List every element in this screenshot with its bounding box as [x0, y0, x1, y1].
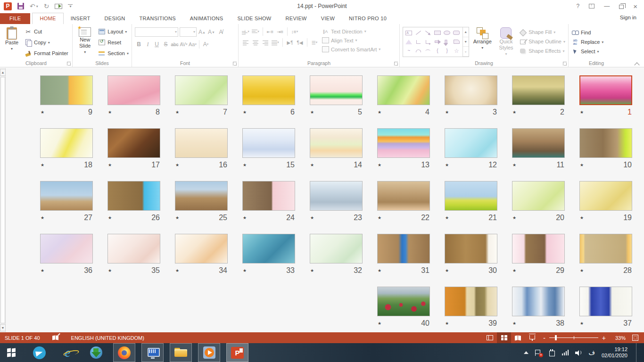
- slide-38[interactable]: ★38: [512, 287, 565, 328]
- animation-star-icon[interactable]: ★: [243, 268, 247, 273]
- numbering-button[interactable]: ▾: [251, 27, 260, 36]
- slide-9-thumbnail[interactable]: [40, 75, 93, 105]
- slide-2[interactable]: ★2: [512, 75, 565, 117]
- animation-star-icon[interactable]: ★: [512, 268, 516, 273]
- slide-21-thumbnail[interactable]: [445, 181, 497, 211]
- slide-37[interactable]: ★37: [579, 287, 632, 328]
- slide-3-thumbnail[interactable]: [445, 75, 497, 105]
- animation-star-icon[interactable]: ★: [445, 163, 449, 167]
- ribbon-display-options-button[interactable]: [589, 4, 594, 8]
- animation-star-icon[interactable]: ★: [41, 268, 44, 273]
- slide-1-thumbnail[interactable]: [579, 75, 632, 105]
- tab-design[interactable]: DESIGN: [98, 13, 132, 24]
- shape-elbow-arrow-connector-icon[interactable]: [426, 40, 430, 44]
- slide-14-thumbnail[interactable]: [310, 128, 363, 158]
- justify-button[interactable]: ▾: [271, 38, 280, 47]
- clock[interactable]: 19:12 02/01/2020: [602, 346, 629, 359]
- slide-13-thumbnail[interactable]: [377, 128, 430, 158]
- animation-star-icon[interactable]: ★: [445, 110, 449, 115]
- shapes-scroll-up[interactable]: ▲: [463, 27, 469, 37]
- animation-star-icon[interactable]: ★: [108, 163, 112, 167]
- shape-curve-icon[interactable]: [425, 49, 430, 53]
- animation-star-icon[interactable]: ★: [378, 321, 381, 326]
- slide-4[interactable]: ★4: [377, 75, 430, 117]
- slide-8[interactable]: ★8: [107, 75, 160, 117]
- fit-slide-to-window-button[interactable]: [632, 335, 638, 341]
- animation-star-icon[interactable]: ★: [108, 110, 112, 115]
- new-slide-button[interactable]: New Slide ▾: [74, 25, 96, 59]
- shape-arrow-icon[interactable]: [425, 31, 430, 35]
- restore-button[interactable]: [619, 5, 624, 9]
- text-shadow-button[interactable]: abc: [171, 40, 179, 49]
- vertical-scrollbar[interactable]: ▲ ▼: [0, 68, 6, 332]
- text-direction-button[interactable]: ∥AText Direction▾: [322, 27, 380, 36]
- start-from-beginning-button[interactable]: [55, 4, 62, 9]
- animation-star-icon[interactable]: ★: [243, 215, 247, 220]
- customize-qat-button[interactable]: ▾: [68, 4, 73, 8]
- slide-17-thumbnail[interactable]: [107, 128, 160, 158]
- slide-15[interactable]: ★15: [242, 128, 295, 170]
- slide-11[interactable]: ★11: [512, 128, 565, 170]
- animation-star-icon[interactable]: ★: [445, 215, 449, 220]
- animation-star-icon[interactable]: ★: [175, 163, 179, 167]
- shape-oval-icon[interactable]: [444, 31, 450, 35]
- slide-14[interactable]: ★14: [310, 128, 363, 170]
- help-button[interactable]: ?: [577, 3, 580, 9]
- tab-view[interactable]: VIEW: [314, 13, 342, 24]
- volume-icon[interactable]: [575, 350, 582, 355]
- slide-11-thumbnail[interactable]: [512, 128, 565, 158]
- animation-star-icon[interactable]: ★: [512, 163, 516, 167]
- show-desktop-button[interactable]: [636, 343, 639, 362]
- animation-star-icon[interactable]: ★: [378, 163, 381, 167]
- slide-32-thumbnail[interactable]: [310, 234, 363, 263]
- slide-28-thumbnail[interactable]: [579, 234, 632, 263]
- shape-left-brace-icon[interactable]: {: [437, 49, 438, 53]
- animation-star-icon[interactable]: ★: [580, 110, 584, 115]
- animation-star-icon[interactable]: ★: [445, 268, 449, 273]
- animation-star-icon[interactable]: ★: [310, 163, 314, 167]
- slide-10[interactable]: ★10: [579, 128, 632, 170]
- animation-star-icon[interactable]: ★: [175, 268, 179, 273]
- slide-show-button[interactable]: [525, 332, 539, 343]
- shapes-gallery-scrollbar[interactable]: ▲ ▼ ⌄: [462, 27, 469, 57]
- animation-star-icon[interactable]: ★: [378, 268, 381, 273]
- tab-file[interactable]: FILE: [0, 13, 30, 24]
- font-color-button[interactable]: A▾: [202, 40, 210, 49]
- slide-24-thumbnail[interactable]: [242, 181, 295, 211]
- slide-20-thumbnail[interactable]: [512, 181, 565, 211]
- animation-star-icon[interactable]: ★: [310, 110, 314, 115]
- slide-13[interactable]: ★13: [377, 128, 430, 170]
- slide-15-thumbnail[interactable]: [242, 128, 295, 158]
- slide-36-thumbnail[interactable]: [40, 234, 93, 263]
- drawing-dialog-launcher[interactable]: [563, 62, 567, 66]
- taskbar-telegram[interactable]: [28, 343, 50, 362]
- reading-view-button[interactable]: [511, 332, 525, 343]
- animation-star-icon[interactable]: ★: [378, 110, 381, 115]
- font-name-select[interactable]: [135, 27, 178, 37]
- zoom-in-button[interactable]: +: [602, 335, 606, 341]
- bullets-button[interactable]: ⋮▾: [241, 27, 250, 36]
- taskbar-file-explorer[interactable]: [170, 343, 192, 362]
- undo-button[interactable]: ↶▾: [30, 3, 38, 9]
- animation-star-icon[interactable]: ★: [580, 321, 584, 326]
- italic-button[interactable]: I: [144, 40, 152, 49]
- change-case-button[interactable]: Aa▾: [189, 40, 197, 49]
- minimize-button[interactable]: —: [604, 3, 610, 9]
- slide-25-thumbnail[interactable]: [175, 181, 228, 211]
- zoom-slider[interactable]: [549, 337, 598, 338]
- tab-nitro-pro-10[interactable]: NITRO PRO 10: [342, 13, 394, 24]
- shape-line-icon[interactable]: [416, 31, 421, 35]
- copy-button[interactable]: Copy▾: [25, 38, 68, 47]
- slide-16-thumbnail[interactable]: [175, 128, 228, 158]
- arrange-button[interactable]: Arrange ▾: [470, 25, 495, 57]
- slide-17[interactable]: ★17: [107, 128, 160, 170]
- slide-30-thumbnail[interactable]: [445, 234, 497, 263]
- bold-button[interactable]: B: [135, 40, 143, 49]
- shrink-font-button[interactable]: A▼: [207, 28, 215, 36]
- replace-button[interactable]: abacReplace▾: [571, 37, 621, 47]
- reset-button[interactable]: Reset: [98, 38, 129, 47]
- slide-33-thumbnail[interactable]: [242, 234, 295, 263]
- left-to-right-button[interactable]: ▶¶: [286, 38, 294, 47]
- slide-16[interactable]: ★16: [175, 128, 228, 170]
- slide-23[interactable]: ★23: [310, 181, 363, 222]
